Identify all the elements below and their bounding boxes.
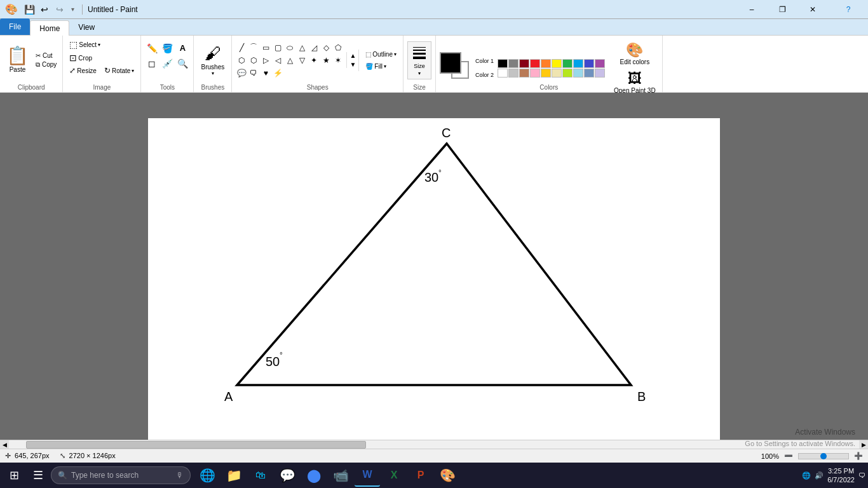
- horizontal-scrollbar[interactable]: ◀ ▶: [0, 440, 868, 449]
- hexagon-shape[interactable]: ⬡: [236, 55, 247, 66]
- color-swatch-16[interactable]: [562, 69, 573, 78]
- taskbar-zoom-app[interactable]: 💬: [275, 464, 300, 487]
- triangle-shape[interactable]: △: [296, 42, 308, 53]
- line-shape[interactable]: ╱: [236, 42, 247, 53]
- star6-shape[interactable]: ✶: [332, 55, 344, 66]
- rotate-button[interactable]: ↻ Rotate ▾: [102, 65, 137, 76]
- taskbar-ppt[interactable]: P: [408, 464, 433, 487]
- heart-shape[interactable]: ♥: [260, 67, 271, 79]
- minimize-button[interactable]: –: [737, 0, 766, 19]
- outline-button[interactable]: ⬚ Outline ▾: [363, 50, 399, 59]
- color-swatch-12[interactable]: [519, 69, 529, 78]
- color-swatch-2[interactable]: [519, 59, 529, 68]
- edit-colors-button[interactable]: 🎨 Edit colors: [617, 41, 652, 67]
- taskbar-zoom-video[interactable]: 📹: [328, 464, 353, 487]
- zoom-slider[interactable]: [798, 453, 849, 459]
- paint-canvas[interactable]: C A B 30 ° 50 °: [148, 118, 720, 440]
- arrow-l-shape[interactable]: ◁: [272, 55, 283, 66]
- arrow-u-shape[interactable]: △: [284, 55, 295, 66]
- shapes-down-icon[interactable]: ▼: [349, 61, 356, 68]
- canvas-area[interactable]: C A B 30 ° 50 °: [0, 93, 868, 440]
- scroll-right-arrow[interactable]: ▶: [859, 440, 868, 449]
- volume-icon[interactable]: 🔊: [815, 471, 824, 480]
- brushes-button[interactable]: 🖌 Brushes ▾: [199, 43, 227, 78]
- zoom-out-button[interactable]: ➖: [784, 452, 793, 460]
- h-scroll-track[interactable]: [9, 440, 859, 449]
- pencil-button[interactable]: ✏️: [145, 41, 159, 55]
- time-display[interactable]: 3:25 PM 6/7/2022: [827, 466, 855, 485]
- callout1-shape[interactable]: 💬: [236, 67, 247, 79]
- color-swatch-5[interactable]: [552, 59, 562, 68]
- color-swatch-10[interactable]: [498, 69, 508, 78]
- curve-shape[interactable]: ⌒: [248, 42, 259, 53]
- callout2-shape[interactable]: 🗨: [248, 67, 259, 79]
- star4-shape[interactable]: ✦: [308, 55, 320, 66]
- color-swatch-14[interactable]: [541, 69, 551, 78]
- color-swatch-1[interactable]: [508, 59, 519, 68]
- color-swatch-0[interactable]: [498, 59, 508, 68]
- mic-icon[interactable]: 🎙: [176, 471, 184, 480]
- maximize-button[interactable]: ❐: [768, 0, 797, 19]
- right-tri-shape[interactable]: ◿: [308, 42, 320, 53]
- lightning-shape[interactable]: ⚡: [272, 67, 283, 79]
- color-swatch-8[interactable]: [584, 59, 594, 68]
- color1-box[interactable]: [440, 52, 461, 74]
- eraser-button[interactable]: ◻: [145, 57, 159, 71]
- color-swatch-19[interactable]: [595, 69, 605, 78]
- pentagon-shape[interactable]: ⬠: [332, 42, 344, 53]
- color-swatch-4[interactable]: [541, 59, 551, 68]
- taskbar-store[interactable]: 🛍: [248, 464, 273, 487]
- taskbar-explorer[interactable]: 📁: [221, 464, 247, 487]
- resize-button[interactable]: ⤢ Resize: [67, 65, 99, 76]
- color-swatch-11[interactable]: [508, 69, 519, 78]
- round-rect-shape[interactable]: ▢: [272, 42, 283, 53]
- color-swatch-18[interactable]: [584, 69, 594, 78]
- color-swatch-9[interactable]: [595, 59, 605, 68]
- taskbar-photos[interactable]: 🎨: [435, 464, 460, 487]
- paste-button[interactable]: 📋 Paste: [4, 46, 31, 74]
- notification-icon[interactable]: 🗨: [858, 471, 865, 479]
- fill-button[interactable]: 🪣 Fill ▾: [363, 62, 399, 71]
- diamond-shape[interactable]: ◇: [320, 42, 332, 53]
- taskbar-excel[interactable]: X: [381, 464, 407, 487]
- color-swatch-3[interactable]: [530, 59, 540, 68]
- tab-file[interactable]: File: [0, 18, 30, 35]
- arrow-d-shape[interactable]: ▽: [296, 55, 308, 66]
- taskbar-word[interactable]: W: [355, 464, 380, 487]
- color-swatch-7[interactable]: [573, 59, 583, 68]
- h-scroll-thumb[interactable]: [26, 441, 366, 449]
- text-button[interactable]: A: [175, 41, 189, 55]
- tab-view[interactable]: View: [69, 20, 104, 35]
- oct-shape[interactable]: ⬡: [248, 55, 259, 66]
- crop-button[interactable]: ⊡ Crop: [67, 51, 95, 64]
- taskbar-edge[interactable]: 🌐: [194, 464, 220, 487]
- taskbar-search[interactable]: 🔍 Type here to search 🎙: [51, 466, 191, 484]
- help-button[interactable]: ?: [834, 0, 863, 19]
- network-icon[interactable]: 🌐: [802, 471, 811, 480]
- color-swatch-6[interactable]: [562, 59, 573, 68]
- start-button[interactable]: ⊞: [3, 464, 25, 487]
- arrow-r-shape[interactable]: ▷: [260, 55, 271, 66]
- size-button[interactable]: Size ▾: [407, 41, 431, 79]
- task-view-button[interactable]: ☰: [27, 464, 50, 487]
- color-swatch-13[interactable]: [530, 69, 540, 78]
- zoom-in-button[interactable]: ➕: [854, 452, 863, 460]
- scroll-left-arrow[interactable]: ◀: [0, 440, 9, 449]
- save-quick-icon[interactable]: 💾: [23, 3, 36, 16]
- close-button[interactable]: ✕: [798, 0, 827, 19]
- color-swatch-15[interactable]: [552, 69, 562, 78]
- taskbar-chrome[interactable]: ⬤: [301, 464, 327, 487]
- open-paint3d-button[interactable]: 🖼 Open Paint 3D: [611, 69, 658, 95]
- zoom-thumb[interactable]: [820, 453, 827, 459]
- tab-home[interactable]: Home: [30, 20, 69, 36]
- color-swatch-17[interactable]: [573, 69, 583, 78]
- select-button[interactable]: ⬚ Select ▾: [67, 38, 103, 51]
- star5-shape[interactable]: ★: [320, 55, 332, 66]
- undo-quick-icon[interactable]: ↩: [38, 3, 51, 16]
- cut-button[interactable]: ✂ Cut: [34, 51, 58, 60]
- redo-quick-icon[interactable]: ↪: [53, 3, 66, 16]
- ellipse-shape[interactable]: ⬭: [284, 42, 295, 53]
- color-picker-button[interactable]: 💉: [160, 57, 174, 71]
- shapes-up-icon[interactable]: ▲: [349, 52, 356, 59]
- fill-bucket-button[interactable]: 🪣: [160, 41, 174, 55]
